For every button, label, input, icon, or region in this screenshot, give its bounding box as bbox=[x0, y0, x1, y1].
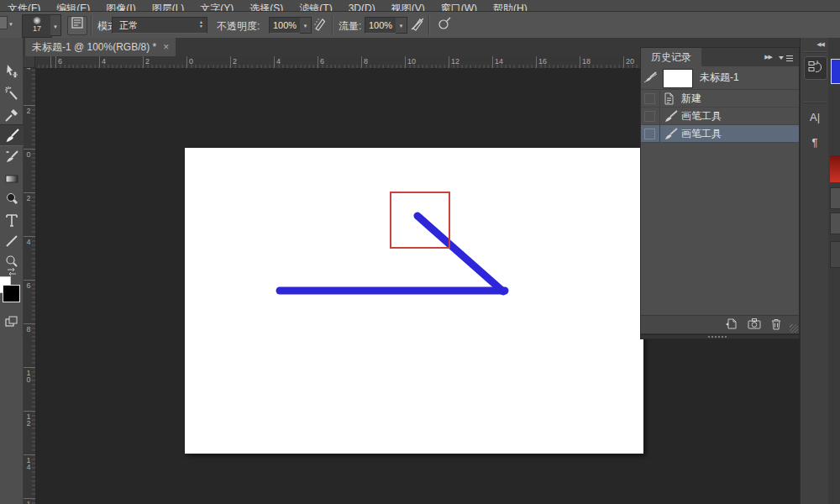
brush-icon bbox=[664, 110, 678, 123]
brush-tool[interactable] bbox=[0, 124, 24, 146]
history-item-label: 画笔工具 bbox=[681, 108, 722, 124]
history-brush-well[interactable] bbox=[641, 108, 660, 124]
move-tool[interactable] bbox=[0, 61, 24, 81]
tool-options-bar: ▼ 17 ▼ 模式: 正常 ▲▼ 不透明度: 100% ▼ bbox=[0, 12, 840, 39]
history-item[interactable]: 新建 bbox=[641, 90, 799, 108]
history-brush-source-icon[interactable] bbox=[643, 71, 659, 85]
sliver-button[interactable] bbox=[830, 213, 840, 234]
menu-item[interactable]: 选择(S) bbox=[242, 2, 291, 12]
mode-select[interactable]: 正常 ▲▼ bbox=[112, 17, 207, 34]
tool-preset-dropdown-icon[interactable]: ▼ bbox=[8, 22, 13, 27]
smoothing-button[interactable] bbox=[435, 16, 454, 34]
mixer-brush-tool[interactable] bbox=[0, 147, 24, 167]
ruler-label: 10 bbox=[407, 57, 416, 66]
ruler-label: 2 bbox=[145, 57, 150, 66]
panel-menu-icon[interactable] bbox=[779, 55, 792, 62]
menu-item[interactable]: 3D(D) bbox=[341, 2, 384, 12]
color-swatch-blue[interactable] bbox=[831, 59, 840, 84]
drag-dots bbox=[708, 336, 710, 338]
ruler-label: 6 bbox=[58, 57, 62, 66]
history-item[interactable]: 画笔工具 bbox=[641, 108, 799, 125]
menu-bar[interactable]: 文件(F)编辑(E)图像(I)图层(L)文字(Y)选择(S)滤镜(T)3D(D)… bbox=[0, 0, 840, 12]
delete-state-button[interactable] bbox=[769, 318, 784, 331]
snapshot-name: 未标题-1 bbox=[700, 66, 739, 89]
menu-item[interactable]: 视图(V) bbox=[384, 2, 433, 12]
pressure-pen-icon bbox=[312, 16, 328, 31]
ruler-vertical[interactable]: 42024681 01 21 41 6 bbox=[24, 68, 36, 504]
history-panel-icon bbox=[808, 60, 823, 75]
sliver-button[interactable] bbox=[830, 187, 840, 209]
menu-item[interactable]: 窗口(W) bbox=[433, 2, 486, 12]
new-document-from-state-button[interactable] bbox=[723, 318, 738, 331]
options-separator bbox=[428, 15, 429, 35]
menu-item[interactable]: 图像(I) bbox=[98, 2, 144, 12]
options-separator bbox=[332, 15, 333, 35]
history-panel-tab[interactable]: 历史记录 bbox=[641, 48, 701, 66]
history-brush-well[interactable] bbox=[641, 125, 660, 142]
canvas[interactable] bbox=[185, 148, 643, 454]
snapshot-thumbnail bbox=[663, 69, 693, 88]
history-item-selected[interactable]: 画笔工具 bbox=[641, 125, 799, 143]
tab-close-icon[interactable]: × bbox=[163, 41, 169, 53]
airbrush-button[interactable] bbox=[408, 16, 427, 34]
document-title: 未标题-1 @ 100%(RGB/8) * bbox=[32, 41, 156, 53]
collapse-dock-icon[interactable]: ◀◀ bbox=[816, 40, 824, 49]
brush-size-value: 17 bbox=[23, 24, 51, 33]
paragraph-panel-dock-button[interactable]: ¶ bbox=[804, 132, 826, 154]
flow-dropdown-icon[interactable]: ▼ bbox=[396, 17, 407, 34]
collapse-panel-icon[interactable]: ▶▶ bbox=[764, 54, 772, 60]
panel-resize-grip[interactable] bbox=[790, 324, 798, 333]
history-panel-dock-button[interactable] bbox=[804, 56, 827, 80]
brush-stroke bbox=[417, 216, 503, 291]
menu-item[interactable]: 文件(F) bbox=[0, 2, 49, 12]
tool-preset-icon[interactable] bbox=[0, 16, 8, 29]
color-ramp-red[interactable] bbox=[830, 155, 840, 182]
trash-icon bbox=[770, 318, 782, 330]
flow-value-box[interactable]: 100% bbox=[365, 17, 396, 34]
menu-item[interactable]: 滤镜(T) bbox=[291, 2, 340, 12]
menu-item[interactable]: 编辑(E) bbox=[49, 2, 98, 12]
ruler-label: 1 0 bbox=[24, 370, 33, 383]
panel-drag-bar[interactable] bbox=[640, 334, 800, 339]
history-snapshot-row[interactable]: 未标题-1 bbox=[641, 66, 799, 90]
ruler-label: 4 bbox=[276, 57, 281, 66]
eyedropper-icon bbox=[4, 108, 19, 123]
type-tool[interactable] bbox=[0, 210, 24, 230]
brush-preset-picker[interactable]: 17 bbox=[22, 14, 52, 38]
new-snapshot-button[interactable] bbox=[747, 318, 762, 331]
ruler-horizontal[interactable]: 64202468101214161820 bbox=[24, 56, 640, 69]
eyedropper-tool[interactable] bbox=[0, 105, 24, 125]
brush-preset-dropdown-icon[interactable]: ▼ bbox=[50, 14, 61, 36]
mixer-brush-icon bbox=[4, 150, 19, 165]
history-brush-well[interactable] bbox=[641, 90, 660, 107]
character-panel-dock-button[interactable]: A| bbox=[804, 107, 826, 129]
ruler-label: 6 bbox=[320, 57, 324, 66]
pressure-opacity-button[interactable] bbox=[311, 16, 329, 34]
brush-tool-icon bbox=[4, 128, 20, 144]
magic-wand-tool[interactable] bbox=[0, 83, 24, 103]
sliver-list bbox=[830, 241, 840, 268]
opacity-value-box[interactable]: 100% bbox=[269, 17, 301, 34]
canvas-drawing bbox=[185, 148, 643, 454]
menu-item[interactable]: 图层(L) bbox=[144, 2, 193, 12]
line-tool[interactable] bbox=[0, 231, 24, 251]
screen-mode-button[interactable] bbox=[0, 312, 24, 332]
gradient-tool[interactable] bbox=[0, 169, 24, 189]
ruler-label: 2 bbox=[24, 108, 33, 114]
opacity-dropdown-icon[interactable]: ▼ bbox=[300, 17, 312, 34]
document-tab[interactable]: 未标题-1 @ 100%(RGB/8) *× bbox=[25, 38, 176, 56]
move-tool-icon bbox=[4, 64, 19, 79]
ruler-label: 8 bbox=[364, 57, 368, 66]
menu-item[interactable]: 文字(Y) bbox=[192, 2, 242, 12]
menu-item[interactable]: 帮助(H) bbox=[486, 2, 536, 12]
brush-panel-icon bbox=[71, 17, 83, 29]
toggle-brush-panel-button[interactable] bbox=[67, 16, 87, 35]
ruler-label: 0 bbox=[24, 151, 33, 158]
foreground-color-swatch[interactable] bbox=[3, 285, 20, 302]
new-document-icon bbox=[725, 318, 738, 330]
dodge-tool[interactable] bbox=[0, 189, 24, 209]
ruler-corner bbox=[24, 56, 35, 68]
flow-value: 100% bbox=[369, 20, 392, 30]
ruler-label: 1 6 bbox=[24, 501, 33, 504]
ruler-label: 16 bbox=[538, 57, 547, 66]
